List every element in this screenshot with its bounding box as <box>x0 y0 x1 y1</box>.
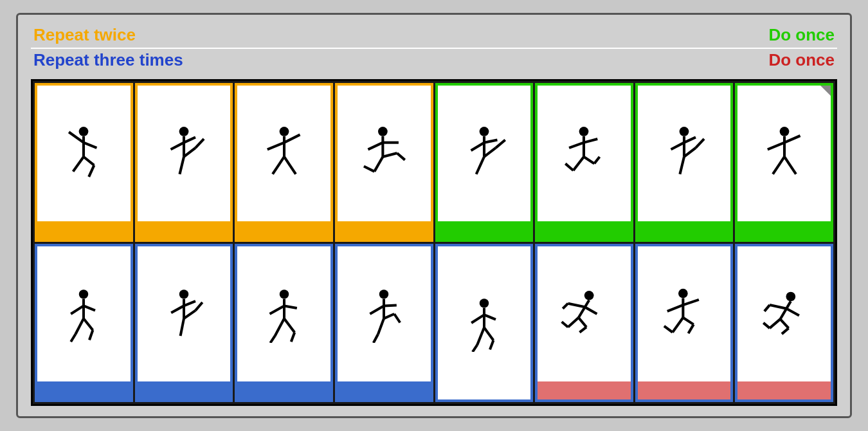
svg-line-77 <box>284 318 294 333</box>
svg-line-54 <box>773 157 784 174</box>
svg-line-107 <box>683 300 699 305</box>
card-figure <box>37 86 131 221</box>
svg-line-81 <box>370 306 384 314</box>
card-bar <box>37 381 131 399</box>
svg-line-6 <box>89 165 94 177</box>
card-bar <box>138 381 231 399</box>
header-row1: Repeat twice Do once <box>31 25 837 45</box>
svg-point-50 <box>779 127 789 136</box>
svg-point-71 <box>279 289 288 298</box>
svg-line-39 <box>574 157 584 170</box>
svg-line-97 <box>568 303 585 307</box>
svg-line-42 <box>595 157 600 164</box>
svg-point-95 <box>584 291 594 300</box>
card-figure <box>538 246 631 382</box>
svg-line-103 <box>580 327 587 332</box>
svg-line-27 <box>397 153 405 160</box>
card-bar <box>237 221 330 239</box>
card-figure <box>638 246 731 382</box>
svg-line-22 <box>368 143 383 150</box>
svg-line-32 <box>476 157 484 174</box>
svg-line-18 <box>273 157 284 174</box>
svg-point-104 <box>678 288 688 298</box>
card-r2-6 <box>535 244 633 403</box>
card-bar <box>338 381 431 399</box>
corner-triangle-icon <box>820 86 831 96</box>
card-bar <box>338 221 431 239</box>
main-container: Repeat twice Do once Repeat three times … <box>16 13 852 418</box>
card-figure <box>138 86 231 221</box>
card-r2-3 <box>235 244 333 403</box>
svg-line-33 <box>484 148 496 157</box>
card-bar <box>237 381 330 399</box>
header-row2: Repeat three times Do once <box>31 50 837 70</box>
svg-point-35 <box>579 127 589 136</box>
card-figure <box>638 86 731 221</box>
svg-line-53 <box>784 136 800 143</box>
svg-line-4 <box>73 157 84 172</box>
svg-line-82 <box>384 305 397 306</box>
svg-line-92 <box>473 345 477 352</box>
svg-point-56 <box>79 289 88 298</box>
svg-line-66 <box>171 306 184 313</box>
svg-point-7 <box>179 127 189 136</box>
card-r2-7 <box>635 244 734 403</box>
svg-point-20 <box>378 127 388 136</box>
svg-line-67 <box>184 301 195 306</box>
card-r2-2 <box>135 244 233 403</box>
svg-line-47 <box>680 157 685 174</box>
cards-row-2 <box>35 244 833 403</box>
repeat-three-label: Repeat three times <box>33 50 183 70</box>
svg-line-111 <box>689 324 694 333</box>
svg-line-98 <box>563 303 568 308</box>
svg-point-0 <box>79 127 89 136</box>
svg-line-58 <box>71 306 84 314</box>
svg-line-24 <box>374 157 383 172</box>
svg-line-13 <box>195 139 204 148</box>
svg-line-5 <box>84 157 94 165</box>
svg-point-64 <box>179 289 188 298</box>
svg-line-52 <box>768 143 784 150</box>
svg-point-79 <box>379 289 388 298</box>
svg-line-120 <box>782 328 789 334</box>
svg-line-70 <box>195 302 203 311</box>
svg-line-49 <box>696 139 704 148</box>
card-r1-5 <box>435 83 534 242</box>
svg-line-115 <box>764 305 770 311</box>
card-figure <box>737 86 831 221</box>
svg-line-109 <box>664 326 673 333</box>
card-r1-2 <box>135 83 233 242</box>
svg-line-100 <box>568 317 579 327</box>
card-bar <box>438 221 531 239</box>
svg-line-19 <box>284 157 296 174</box>
svg-line-99 <box>585 307 597 314</box>
svg-line-68 <box>181 318 184 336</box>
svg-line-89 <box>471 315 484 323</box>
card-figure <box>138 246 231 382</box>
svg-line-31 <box>484 140 497 143</box>
svg-line-114 <box>770 305 786 309</box>
svg-line-46 <box>684 138 696 143</box>
do-once-label-red: Do once <box>768 50 835 70</box>
card-figure <box>438 86 531 221</box>
svg-line-16 <box>267 143 284 150</box>
card-bar <box>538 381 631 399</box>
svg-line-10 <box>184 138 195 143</box>
svg-line-60 <box>76 318 84 334</box>
svg-line-74 <box>284 306 297 308</box>
card-bar <box>538 221 631 239</box>
svg-line-110 <box>683 317 693 324</box>
card-bar <box>37 221 131 239</box>
svg-line-86 <box>394 314 400 323</box>
card-r1-4 <box>335 83 433 242</box>
svg-line-38 <box>584 139 597 143</box>
repeat-twice-label: Repeat twice <box>33 25 136 45</box>
svg-line-101 <box>562 322 568 327</box>
svg-line-45 <box>671 143 684 150</box>
card-r1-1 <box>35 83 133 242</box>
svg-line-93 <box>484 327 493 340</box>
card-figure <box>338 86 431 221</box>
card-figure <box>338 246 431 382</box>
card-figure <box>37 246 131 382</box>
svg-line-75 <box>275 318 284 336</box>
